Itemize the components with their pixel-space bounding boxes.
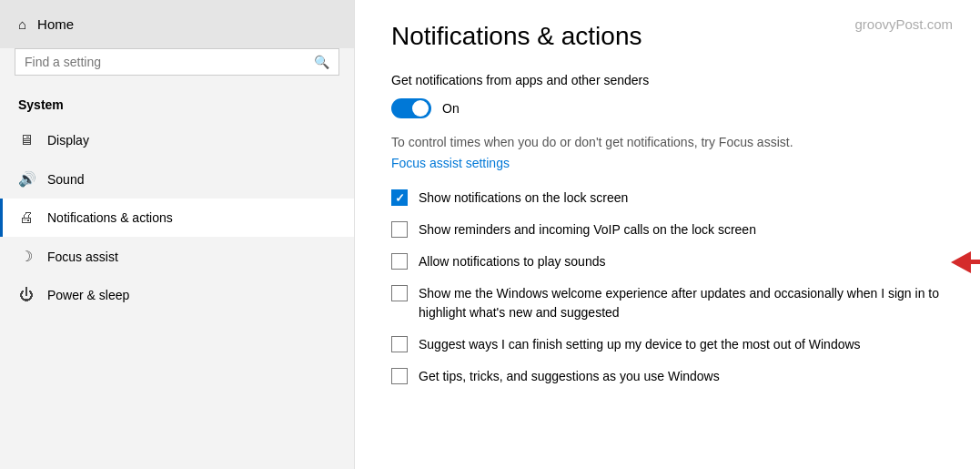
arrow-shaft — [971, 260, 980, 264]
main-content: groovyPost.com Notifications & actions G… — [355, 0, 980, 469]
sound-label: Sound — [47, 172, 84, 187]
focus-assist-text: To control times when you do or don't ge… — [391, 133, 944, 152]
checkbox-label-play-sounds: Allow notifications to play sounds — [419, 252, 605, 271]
checkbox-label-tips-tricks: Get tips, tricks, and suggestions as you… — [419, 367, 720, 386]
checkbox-reminders-voip[interactable] — [391, 221, 408, 238]
checkbox-tips-tricks[interactable] — [391, 368, 408, 384]
notifications-icon: 🖨 — [18, 209, 35, 226]
sidebar-item-notifications[interactable]: 🖨 Notifications & actions — [0, 199, 354, 237]
home-label: Home — [37, 16, 74, 32]
get-notifications-label: Get notifications from apps and other se… — [391, 73, 944, 87]
notifications-label: Notifications & actions — [47, 210, 173, 225]
search-input[interactable] — [25, 55, 307, 69]
home-icon: ⌂ — [18, 16, 26, 32]
checkbox-label-lock-screen: Show notifications on the lock screen — [419, 189, 628, 208]
checkbox-lock-screen[interactable] — [391, 189, 408, 206]
checkbox-row-lock-screen: Show notifications on the lock screen — [391, 189, 944, 208]
sidebar-home-button[interactable]: ⌂ Home — [0, 0, 354, 48]
checkbox-play-sounds[interactable] — [391, 253, 408, 270]
search-icon[interactable]: 🔍 — [314, 55, 329, 69]
checkbox-suggest-ways[interactable] — [391, 336, 408, 352]
checkbox-label-reminders-voip: Show reminders and incoming VoIP calls o… — [419, 220, 756, 240]
power-icon: ⏻ — [18, 287, 35, 303]
sound-icon: 🔊 — [18, 170, 35, 188]
focus-icon: ☽ — [18, 248, 35, 265]
display-icon: 🖥 — [18, 132, 35, 148]
sidebar-item-display[interactable]: 🖥 Display — [0, 121, 354, 159]
sidebar-item-focus[interactable]: ☽ Focus assist — [0, 237, 354, 276]
checkbox-row-welcome-experience: Show me the Windows welcome experience a… — [391, 284, 944, 322]
toggle-row: On — [391, 98, 944, 118]
sidebar-item-power[interactable]: ⏻ Power & sleep — [0, 276, 354, 314]
sidebar-item-sound[interactable]: 🔊 Sound — [0, 159, 354, 199]
checkbox-welcome-experience[interactable] — [391, 285, 408, 301]
sidebar: ⌂ Home 🔍 System 🖥 Display 🔊 Sound 🖨 Noti… — [0, 0, 355, 469]
power-label: Power & sleep — [47, 288, 129, 302]
display-label: Display — [47, 133, 89, 148]
checkbox-row-tips-tricks: Get tips, tricks, and suggestions as you… — [391, 367, 944, 386]
system-section-label: System — [0, 90, 354, 121]
checkbox-row-reminders-voip: Show reminders and incoming VoIP calls o… — [391, 220, 944, 240]
search-box: 🔍 — [15, 48, 339, 76]
checkbox-row-suggest-ways: Suggest ways I can finish setting up my … — [391, 335, 944, 354]
toggle-label: On — [442, 101, 460, 116]
checkbox-row-play-sounds: Allow notifications to play sounds — [391, 252, 944, 271]
watermark: groovyPost.com — [854, 16, 953, 32]
checkbox-label-welcome-experience: Show me the Windows welcome experience a… — [419, 284, 944, 322]
arrow-tip — [951, 251, 971, 273]
focus-label: Focus assist — [47, 250, 118, 264]
red-arrow-annotation — [951, 251, 980, 273]
notifications-toggle[interactable] — [391, 98, 431, 118]
checkbox-label-suggest-ways: Suggest ways I can finish setting up my … — [419, 335, 861, 354]
focus-assist-link[interactable]: Focus assist settings — [391, 156, 510, 170]
